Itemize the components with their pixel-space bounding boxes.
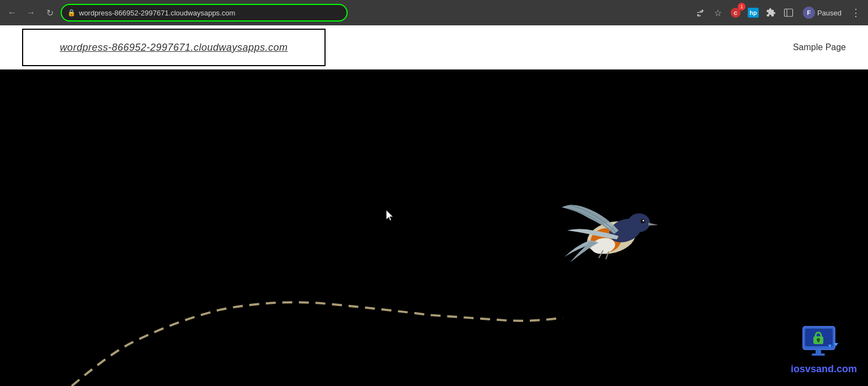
address-text: wordpress-866952-2997671.cloudwaysapps.c… [79, 9, 341, 17]
back-button[interactable]: ← [4, 5, 20, 20]
extensions-button[interactable] [763, 5, 779, 20]
flight-path-svg [0, 69, 868, 386]
reload-button[interactable]: ↻ [42, 5, 57, 20]
star-icon: ☆ [714, 8, 722, 18]
svg-rect-7 [784, 9, 792, 17]
svg-point-13 [628, 213, 650, 232]
site-logo-text: wordpress-866952-2997671.cloudwaysapps.c… [60, 42, 287, 53]
site-nav: Sample Page [326, 42, 846, 52]
share-button[interactable] [693, 5, 708, 20]
bird-svg [553, 185, 664, 274]
svg-rect-20 [816, 350, 821, 354]
favorites-button[interactable]: ☆ [710, 5, 726, 20]
forward-icon: → [26, 8, 35, 18]
menu-button[interactable]: ⋮ [848, 5, 864, 20]
svg-rect-0 [697, 12, 702, 13]
bird-illustration [553, 185, 664, 274]
nav-sample-page[interactable]: Sample Page [793, 42, 846, 52]
site-content: iosvsand.com [0, 69, 868, 386]
forward-button[interactable]: → [23, 5, 39, 20]
bottom-right-branding[interactable]: iosvsand.com [791, 325, 857, 375]
menu-icon: ⋮ [851, 7, 861, 19]
lock-icon: 🔒 [67, 9, 76, 17]
svg-rect-24 [817, 340, 819, 342]
mouse-cursor [386, 210, 396, 222]
back-icon: ← [8, 8, 17, 18]
svg-text:hp: hp [749, 9, 757, 16]
svg-text:C: C [734, 10, 738, 16]
badge-count: 1 [738, 3, 745, 10]
branding-monitor-icon [802, 325, 846, 361]
svg-rect-21 [812, 353, 825, 356]
site-header: wordpress-866952-2997671.cloudwaysapps.c… [0, 25, 868, 69]
svg-point-15 [643, 220, 645, 222]
site-logo-box[interactable]: wordpress-866952-2997671.cloudwaysapps.c… [22, 29, 326, 66]
branding-url: iosvsand.com [791, 363, 857, 375]
profile-button[interactable]: F Paused [798, 4, 846, 21]
cloudways-extension[interactable]: C 1 [728, 5, 743, 20]
address-bar[interactable]: 🔒 wordpress-866952-2997671.cloudwaysapps… [61, 4, 348, 22]
toolbar-icons: ☆ C 1 hp F [693, 4, 864, 21]
paused-label: Paused [817, 9, 842, 17]
browser-chrome: ← → ↻ 🔒 wordpress-866952-2997671.cloudwa… [0, 0, 868, 25]
website-area: wordpress-866952-2997671.cloudwaysapps.c… [0, 25, 868, 386]
sidebar-button[interactable] [781, 5, 796, 20]
hp-extension[interactable]: hp [745, 5, 761, 20]
reload-icon: ↻ [46, 8, 54, 18]
avatar: F [803, 7, 815, 19]
